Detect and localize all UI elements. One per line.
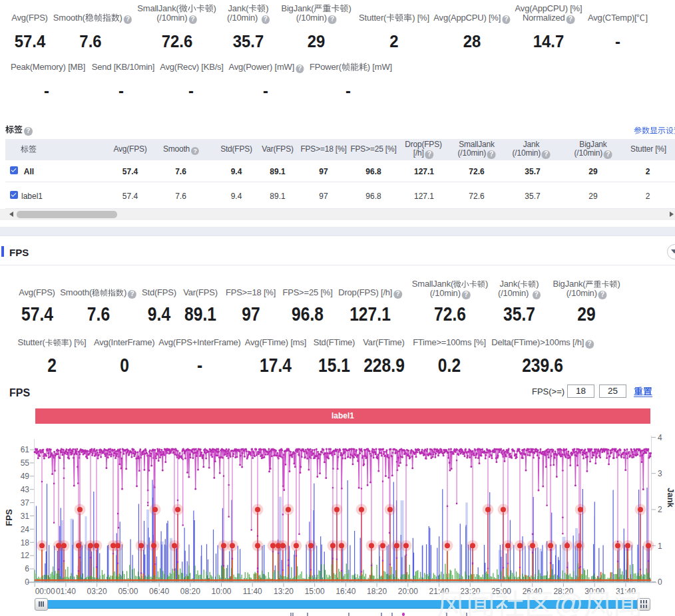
svg-text:16:40: 16:40	[336, 587, 355, 596]
svg-text:06:40: 06:40	[149, 587, 169, 596]
svg-text:11:40: 11:40	[243, 587, 262, 596]
svg-text:55: 55	[21, 458, 30, 468]
svg-text:15:00: 15:00	[305, 587, 325, 596]
svg-text:37: 37	[21, 498, 30, 508]
svg-text:4: 4	[658, 433, 662, 442]
svg-text:18:20: 18:20	[367, 587, 387, 596]
svg-text:61: 61	[21, 445, 30, 454]
svg-text:0: 0	[658, 577, 662, 587]
svg-text:03:20: 03:20	[87, 587, 107, 596]
svg-text:3: 3	[658, 469, 662, 478]
svg-text:0: 0	[25, 577, 29, 587]
svg-text:24: 24	[21, 525, 30, 534]
svg-text:1: 1	[658, 541, 662, 551]
svg-text:20:00: 20:00	[398, 587, 418, 596]
svg-text:01:40: 01:40	[56, 587, 76, 596]
svg-text:10:00: 10:00	[211, 587, 231, 596]
svg-text:05:00: 05:00	[118, 587, 138, 596]
svg-text:18: 18	[21, 538, 30, 547]
svg-text:49: 49	[21, 472, 30, 481]
svg-text:12: 12	[21, 551, 30, 560]
svg-text:43: 43	[21, 485, 30, 494]
svg-text:6: 6	[25, 564, 29, 573]
svg-text:Jank: Jank	[666, 488, 675, 508]
svg-text:08:20: 08:20	[180, 587, 200, 596]
svg-text:FPS: FPS	[4, 509, 14, 526]
svg-text:13:20: 13:20	[274, 587, 294, 596]
svg-text:31: 31	[21, 512, 30, 521]
svg-text:00:00: 00:00	[35, 587, 55, 596]
svg-text:2: 2	[658, 505, 662, 514]
